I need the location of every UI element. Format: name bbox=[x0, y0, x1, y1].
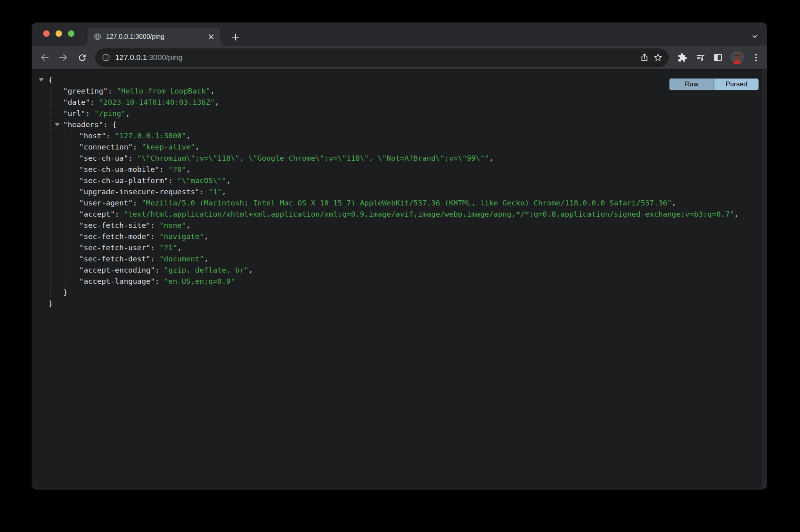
json-comma: , bbox=[226, 176, 231, 185]
json-comma: , bbox=[222, 187, 226, 196]
back-button[interactable] bbox=[38, 50, 52, 65]
json-view-toggle: Raw Parsed bbox=[669, 78, 759, 90]
json-string-value: "Mozilla/5.0 (Macintosh; Intel Mac OS X … bbox=[142, 199, 672, 207]
json-key: "url": bbox=[63, 109, 94, 118]
json-line: "connection": "keep-alive", bbox=[32, 141, 761, 153]
json-key: "host": bbox=[79, 132, 115, 140]
json-line: "greeting": "Hello from LoopBack", bbox=[32, 86, 761, 97]
json-key: "user-agent": bbox=[79, 199, 142, 207]
json-comma: , bbox=[210, 87, 215, 95]
address-bar[interactable]: 127.0.0.1:3000/ping bbox=[95, 48, 669, 67]
back-arrow-icon bbox=[40, 52, 50, 63]
json-string-value: "Hello from LoopBack" bbox=[117, 87, 210, 95]
forward-button[interactable] bbox=[56, 50, 70, 65]
json-comma: , bbox=[204, 232, 208, 241]
json-comma: , bbox=[734, 210, 738, 218]
json-key: } bbox=[48, 299, 53, 308]
media-controls-button[interactable] bbox=[693, 50, 708, 65]
tab[interactable]: 127.0.0.1:3000/ping bbox=[88, 28, 220, 46]
collapse-toggle-icon[interactable] bbox=[55, 123, 60, 126]
json-key: "sec-fetch-user": bbox=[79, 243, 159, 252]
browser-menu-button[interactable] bbox=[749, 50, 763, 65]
json-key: "upgrade-insecure-requests": bbox=[79, 187, 208, 196]
media-playlist-icon bbox=[696, 53, 705, 62]
json-line: } bbox=[32, 298, 761, 309]
url-text: 127.0.0.1:3000/ping bbox=[115, 53, 182, 62]
json-key: "sec-fetch-site": bbox=[79, 221, 159, 229]
json-line: "url": "/ping", bbox=[32, 108, 761, 119]
json-line: "headers": { bbox=[32, 119, 761, 130]
chevron-down-icon bbox=[751, 33, 758, 40]
json-line: } bbox=[32, 287, 761, 298]
json-line: "sec-ch-ua-mobile": "?0", bbox=[32, 164, 761, 175]
json-string-value: "2023-10-14T01:40:03.136Z" bbox=[99, 98, 215, 106]
page-content: Raw Parsed {"greeting": "Hello from Loop… bbox=[32, 70, 767, 489]
extensions-button[interactable] bbox=[675, 50, 690, 65]
json-line: "date": "2023-10-14T01:40:03.136Z", bbox=[32, 97, 761, 108]
parsed-button[interactable]: Parsed bbox=[714, 78, 759, 90]
collapse-toggle-icon[interactable] bbox=[39, 78, 44, 82]
side-panel-icon bbox=[713, 53, 723, 62]
url-host: 127.0.0.1 bbox=[115, 53, 147, 62]
json-comma: , bbox=[215, 98, 219, 106]
globe-favicon-icon bbox=[94, 33, 102, 41]
tab-strip: 127.0.0.1:3000/ping bbox=[32, 23, 767, 46]
json-line: "sec-fetch-site": "none", bbox=[32, 220, 761, 231]
plus-icon bbox=[232, 33, 240, 41]
side-panel-button[interactable] bbox=[711, 50, 725, 65]
reload-button[interactable] bbox=[75, 50, 89, 65]
star-icon bbox=[653, 53, 663, 62]
close-window-button[interactable] bbox=[43, 30, 50, 37]
json-key: "sec-ch-ua": bbox=[79, 154, 137, 162]
new-tab-button[interactable] bbox=[230, 32, 241, 43]
json-comma: , bbox=[195, 143, 200, 151]
json-tree: {"greeting": "Hello from LoopBack","date… bbox=[32, 74, 761, 309]
bookmark-button[interactable] bbox=[651, 51, 665, 64]
json-key: "accept-encoding": bbox=[79, 266, 164, 274]
json-string-value: "keep-alive" bbox=[142, 143, 195, 151]
three-dot-menu-icon bbox=[751, 53, 761, 62]
tab-close-button[interactable] bbox=[207, 32, 216, 41]
search-tabs-button[interactable] bbox=[749, 31, 760, 42]
browser-window: 127.0.0.1:3000/ping bbox=[32, 23, 767, 489]
profile-avatar[interactable] bbox=[730, 51, 744, 64]
tab-title: 127.0.0.1:3000/ping bbox=[106, 33, 206, 40]
window-controls bbox=[43, 30, 74, 37]
json-string-value: "?1" bbox=[159, 243, 177, 252]
share-icon bbox=[640, 53, 649, 62]
json-comma: , bbox=[672, 199, 676, 207]
json-string-value: "document" bbox=[159, 255, 204, 263]
json-comma: , bbox=[204, 255, 208, 263]
json-string-value: "127.0.0.1:3000" bbox=[115, 132, 186, 140]
json-key: "sec-fetch-mode": bbox=[79, 232, 159, 241]
zoom-window-button[interactable] bbox=[68, 30, 74, 37]
url-path: :3000/ping bbox=[147, 53, 182, 62]
json-key: "connection": bbox=[79, 143, 142, 151]
json-key: "sec-ch-ua-mobile": bbox=[79, 165, 168, 173]
json-key: "accept-language": bbox=[79, 277, 164, 285]
json-string-value: "\"Chromium\";v=\"118\", \"Google Chrome… bbox=[137, 154, 489, 162]
json-line: "sec-ch-ua": "\"Chromium\";v=\"118\", \"… bbox=[32, 153, 761, 164]
minimize-window-button[interactable] bbox=[56, 30, 62, 37]
json-comma: , bbox=[177, 243, 182, 252]
json-line: "sec-fetch-mode": "navigate", bbox=[32, 231, 761, 242]
json-line: "sec-ch-ua-platform": "\"macOS\"", bbox=[32, 175, 761, 186]
json-string-value: "\"macOS\"" bbox=[177, 176, 226, 185]
json-line: "accept": "text/html,application/xhtml+x… bbox=[32, 209, 761, 220]
json-string-value: "/ping" bbox=[94, 109, 126, 118]
share-button[interactable] bbox=[638, 51, 651, 64]
site-info-icon[interactable] bbox=[102, 53, 110, 62]
json-string-value: "1" bbox=[208, 187, 222, 196]
json-key: } bbox=[63, 288, 68, 297]
raw-button[interactable]: Raw bbox=[669, 78, 714, 90]
json-string-value: "en-US,en;q=0.9" bbox=[164, 277, 235, 285]
reload-icon bbox=[77, 53, 87, 63]
json-key: "accept": bbox=[79, 210, 124, 218]
json-string-value: "navigate" bbox=[159, 232, 204, 241]
json-line: "host": "127.0.0.1:3000", bbox=[32, 130, 761, 141]
json-comma: , bbox=[248, 266, 253, 274]
json-string-value: "gzip, deflate, br" bbox=[164, 266, 249, 274]
scrollbar-track[interactable] bbox=[762, 70, 767, 489]
json-line: "accept-encoding": "gzip, deflate, br", bbox=[32, 265, 761, 276]
close-icon bbox=[208, 34, 214, 40]
